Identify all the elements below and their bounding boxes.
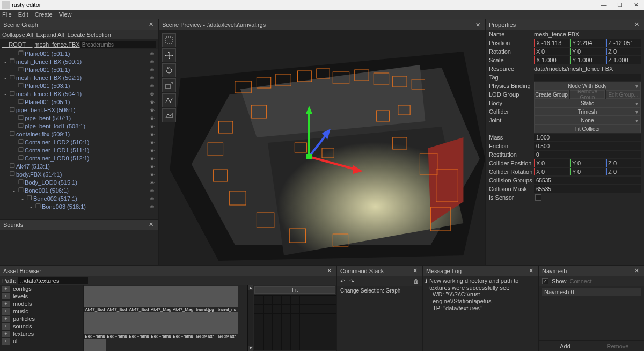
- fit-preview-button[interactable]: Fit: [254, 286, 335, 294]
- breadcrumb-input[interactable]: [80, 41, 156, 48]
- thumbnails-area[interactable]: Ak47_BodAk47_BodAk47_BodAk47_MagAk47_Mag…: [84, 285, 247, 351]
- expand-toggle-icon[interactable]: -: [19, 195, 26, 202]
- visibility-icon[interactable]: [148, 195, 156, 202]
- tree-node[interactable]: - ❒ Bone003 (518:1): [0, 202, 158, 210]
- visibility-icon[interactable]: [148, 115, 156, 121]
- visibility-icon[interactable]: [148, 107, 156, 113]
- collider-pos-y-field[interactable]: Y0: [570, 159, 605, 167]
- menu-create[interactable]: Create: [35, 11, 53, 18]
- tree-node[interactable]: - ❒ body.FBX (514:1): [0, 170, 158, 178]
- rotation-z-field[interactable]: Z0: [606, 48, 641, 55]
- tree-node[interactable]: - ❒ mesh_fence.FBX (502:1): [0, 74, 158, 82]
- tree-node[interactable]: - ❒ pipe_bent.FBX (506:1): [0, 106, 158, 114]
- scale-x-field[interactable]: X1.000: [534, 56, 569, 64]
- create-group-button[interactable]: Create Group: [534, 90, 569, 99]
- folder-expand-icon[interactable]: +: [2, 286, 10, 292]
- tag-field[interactable]: [534, 74, 641, 81]
- move-tool-icon[interactable]: [162, 48, 176, 62]
- terrain-tool-icon[interactable]: [162, 108, 176, 122]
- asset-thumbnail[interactable]: Ak47_Bod: [84, 286, 106, 312]
- clear-stack-icon[interactable]: 🗑: [413, 278, 419, 284]
- redo-icon[interactable]: ↷: [349, 278, 354, 285]
- maximize-button[interactable]: ☐: [612, 2, 628, 9]
- navmesh-remove-button[interactable]: Remove: [591, 341, 644, 351]
- joint-select[interactable]: None: [534, 116, 641, 125]
- collider-rot-x-field[interactable]: X0: [534, 168, 569, 176]
- tree-node[interactable]: - ❒ mesh_fence.FBX (504:1): [0, 90, 158, 98]
- folder-node[interactable]: +levels: [0, 292, 83, 300]
- asset-thumbnail[interactable]: barrel_no: [216, 286, 238, 312]
- expand-toggle-icon[interactable]: -: [2, 107, 9, 113]
- asset-thumbnail[interactable]: BedFrame: [106, 312, 128, 339]
- collision-groups-field[interactable]: 65535: [534, 177, 641, 184]
- command-stack-item[interactable]: Change Selection: Graph: [337, 286, 422, 295]
- scale-y-field[interactable]: Y1.000: [570, 56, 605, 64]
- navmesh-item[interactable]: Navmesh 0: [542, 288, 641, 296]
- folder-node[interactable]: +models: [0, 300, 83, 308]
- expand-toggle-icon[interactable]: -: [11, 187, 17, 194]
- tree-node[interactable]: - ❒ Bone001 (516:1): [0, 186, 158, 194]
- tree-node[interactable]: ❒ Body_LOD0 (515:1): [0, 178, 158, 186]
- tree-node[interactable]: ❒ Plane001 (501:1): [0, 65, 158, 74]
- viewport[interactable]: [159, 30, 485, 265]
- tree-node[interactable]: ❒ Plane001 (505:1): [0, 98, 158, 106]
- asset-thumbnail[interactable]: barrel.jpg: [194, 286, 216, 312]
- folder-expand-icon[interactable]: +: [2, 308, 10, 315]
- tree-node[interactable]: ❒ Plane001 (501:1): [0, 49, 158, 57]
- scene-graph-tree[interactable]: ❒ Plane001 (501:1) - ❒ mesh_fence.FBX (5…: [0, 49, 158, 219]
- menu-view[interactable]: View: [59, 11, 72, 18]
- asset-thumbnail[interactable]: BedMattr: [216, 312, 238, 339]
- navmesh-add-button[interactable]: Add: [539, 341, 591, 351]
- menu-edit[interactable]: Edit: [18, 11, 28, 18]
- asset-thumbnail[interactable]: Ak47_Bod: [106, 286, 128, 312]
- sounds-minimize-icon[interactable]: __: [138, 222, 147, 228]
- physics-binding-select[interactable]: Node With Body: [534, 82, 641, 90]
- asset-thumbnail[interactable]: Ak47_Mag: [150, 286, 172, 312]
- visibility-icon[interactable]: [148, 171, 156, 178]
- breadcrumb-item[interactable]: mesh_fence.FBX: [34, 41, 79, 48]
- navmesh-minimize-icon[interactable]: __: [624, 268, 632, 274]
- expand-toggle-icon[interactable]: -: [28, 203, 34, 210]
- expand-toggle-icon[interactable]: -: [2, 131, 9, 137]
- folder-node[interactable]: +ui: [0, 338, 83, 345]
- rotation-y-field[interactable]: Y0: [570, 48, 605, 55]
- position-y-field[interactable]: Y2.204: [570, 39, 605, 47]
- path-input[interactable]: [18, 277, 88, 284]
- folder-expand-icon[interactable]: +: [2, 301, 10, 307]
- visibility-icon[interactable]: [148, 163, 156, 170]
- position-z-field[interactable]: Z-12.051: [606, 39, 641, 47]
- tree-node[interactable]: - ❒ container.fbx (509:1): [0, 130, 158, 138]
- expand-toggle-icon[interactable]: -: [2, 75, 9, 81]
- message-log-minimize-icon[interactable]: __: [518, 268, 526, 274]
- asset-thumbnail[interactable]: Ak47_Bod: [128, 286, 150, 312]
- scene-preview-close-icon[interactable]: ✕: [473, 21, 482, 28]
- select-tool-icon[interactable]: [162, 33, 176, 47]
- asset-thumbnail[interactable]: BedFrame: [172, 312, 194, 339]
- asset-thumbnail[interactable]: Ak47_Mag: [172, 286, 194, 312]
- asset-thumbnail[interactable]: BedMattr: [84, 339, 106, 351]
- visibility-icon[interactable]: [148, 131, 156, 137]
- asset-thumbnail[interactable]: BedFrame: [128, 312, 150, 339]
- tree-node[interactable]: - ❒ mesh_fence.FBX (500:1): [0, 57, 158, 65]
- close-button[interactable]: ✕: [628, 2, 644, 9]
- navmesh-tool-icon[interactable]: [162, 93, 176, 107]
- visibility-icon[interactable]: [148, 155, 156, 162]
- mass-field[interactable]: 1.000: [534, 134, 641, 141]
- tree-node[interactable]: ❒ Ak47 (513:1): [0, 162, 158, 170]
- folder-tree[interactable]: +configs+levels+models+music+particles+s…: [0, 285, 84, 351]
- visibility-icon[interactable]: [148, 179, 156, 186]
- folder-expand-icon[interactable]: +: [2, 331, 10, 337]
- thumbnails-scrollbar[interactable]: ▴▾: [247, 285, 253, 351]
- tree-node[interactable]: ❒ pipe_bent (507:1): [0, 114, 158, 122]
- collider-rot-y-field[interactable]: Y0: [570, 168, 605, 176]
- folder-node[interactable]: +music: [0, 308, 83, 315]
- collider-pos-z-field[interactable]: Z0: [606, 159, 641, 167]
- scale-tool-icon[interactable]: [162, 78, 176, 92]
- properties-close-icon[interactable]: ✕: [632, 21, 641, 28]
- folder-node[interactable]: +configs: [0, 285, 83, 292]
- visibility-icon[interactable]: [148, 187, 156, 194]
- friction-field[interactable]: 0.500: [534, 142, 641, 150]
- position-x-field[interactable]: X-16.113: [534, 39, 569, 47]
- visibility-icon[interactable]: [148, 139, 156, 145]
- folder-expand-icon[interactable]: +: [2, 338, 10, 345]
